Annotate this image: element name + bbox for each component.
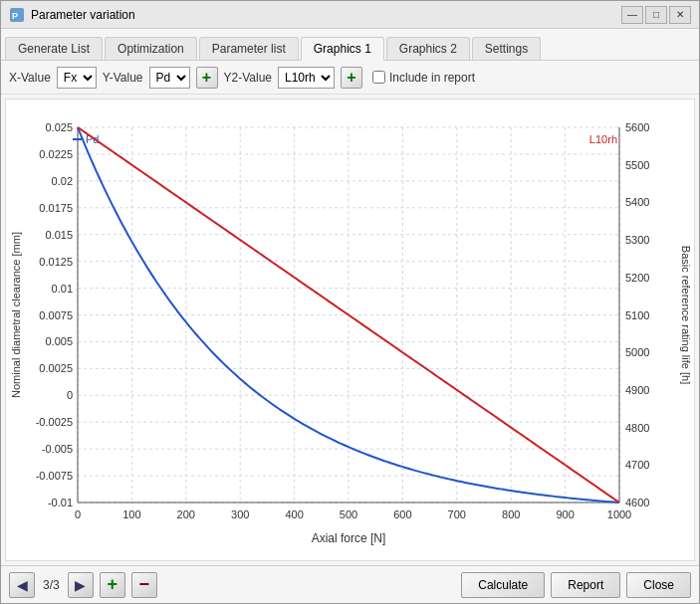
bottom-bar: ◀ 3/3 ▶ + − Calculate Report Close (1, 565, 699, 603)
x-value-label: X-Value (9, 71, 51, 85)
calculate-button[interactable]: Calculate (461, 572, 545, 598)
title-bar-left: P Parameter variation (9, 7, 135, 23)
title-bar: P Parameter variation — □ ✕ (1, 1, 699, 29)
delete-page-button[interactable]: − (131, 572, 157, 598)
y2-value-select[interactable]: L10rh (278, 67, 335, 89)
next-button[interactable]: ▶ (68, 572, 94, 598)
svg-text:P: P (12, 11, 18, 21)
y2-value-label: Y2-Value (224, 71, 272, 85)
tab-parameter-list[interactable]: Parameter list (199, 37, 299, 60)
tab-optimization[interactable]: Optimization (105, 37, 197, 60)
tab-generate-list[interactable]: Generate List (5, 37, 103, 60)
main-window: P Parameter variation — □ ✕ Generate Lis… (0, 0, 700, 604)
report-button[interactable]: Report (551, 572, 620, 598)
minimize-button[interactable]: — (621, 6, 643, 24)
chart-canvas (6, 100, 694, 560)
prev-button[interactable]: ◀ (9, 572, 35, 598)
add-y2-button[interactable]: + (341, 67, 362, 89)
toolbar: X-Value Fx Y-Value Pd + Y2-Value L10rh +… (1, 61, 699, 95)
chart-area (5, 99, 695, 561)
add-y-button[interactable]: + (196, 67, 218, 89)
include-report-area: Include in report (372, 71, 475, 85)
close-window-button[interactable]: ✕ (669, 6, 691, 24)
page-info: 3/3 (43, 578, 60, 592)
tab-settings[interactable]: Settings (472, 37, 541, 60)
window-controls: — □ ✕ (621, 6, 691, 24)
maximize-button[interactable]: □ (645, 6, 667, 24)
y-value-select[interactable]: Pd (149, 67, 190, 89)
window-title: Parameter variation (31, 8, 135, 22)
include-report-checkbox[interactable] (372, 71, 385, 84)
x-value-select[interactable]: Fx (57, 67, 97, 89)
add-page-button[interactable]: + (100, 572, 125, 598)
close-button[interactable]: Close (626, 572, 691, 598)
y-value-label: Y-Value (103, 71, 143, 85)
tab-graphics-2[interactable]: Graphics 2 (386, 37, 470, 60)
tab-bar: Generate List Optimization Parameter lis… (1, 29, 699, 61)
tab-graphics-1[interactable]: Graphics 1 (301, 37, 384, 61)
app-icon: P (9, 7, 25, 23)
include-report-label: Include in report (389, 71, 475, 85)
